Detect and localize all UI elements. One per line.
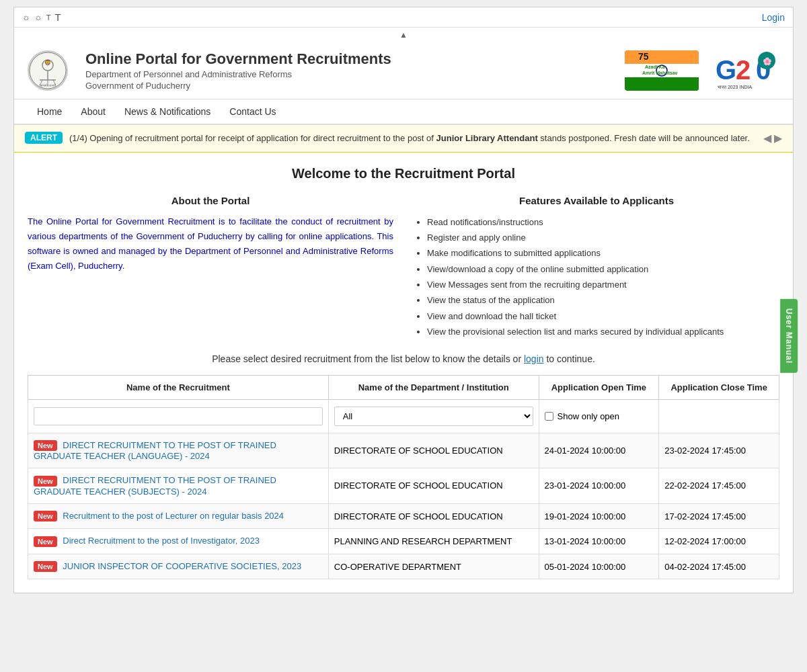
alert-bold: Junior Library Attendant bbox=[436, 133, 538, 143]
main-nav: Home About News & Notifications Contact … bbox=[14, 99, 793, 125]
row-dept-cell: DIRECTORATE OF SCHOOL EDUCATION bbox=[328, 468, 539, 504]
row-close-cell: 12-02-2024 17:00:00 bbox=[659, 529, 779, 554]
top-bar-left: ☼ ☼ T T bbox=[22, 11, 61, 23]
svg-rect-11 bbox=[625, 77, 699, 91]
row-open-cell: 19-01-2024 10:00:00 bbox=[539, 503, 659, 529]
feature-item: View the provisional selection list and … bbox=[427, 324, 779, 339]
row-close-cell: 17-02-2024 17:45:00 bbox=[659, 503, 779, 529]
portal-title: Online Portal for Government Recruitment… bbox=[85, 50, 625, 68]
filter-row: All Show only open bbox=[28, 399, 779, 433]
about-heading: About the Portal bbox=[28, 195, 393, 206]
top-bar: ☼ ☼ T T Login bbox=[14, 7, 793, 28]
nav-contact[interactable]: Contact Us bbox=[220, 99, 285, 124]
row-name-cell: New JUNIOR INSPECTOR OF COOPERATIVE SOCI… bbox=[28, 554, 329, 579]
new-badge: New bbox=[34, 536, 57, 547]
table-row: New JUNIOR INSPECTOR OF COOPERATIVE SOCI… bbox=[28, 554, 779, 579]
show-open-container: Show only open bbox=[545, 411, 654, 421]
alert-next[interactable]: ▶ bbox=[774, 132, 782, 144]
header-text: Online Portal for Government Recruitment… bbox=[85, 50, 625, 91]
row-name-cell: New DIRECT RECRUITMENT TO THE POST OF TR… bbox=[28, 468, 329, 504]
svg-text:G: G bbox=[716, 55, 736, 85]
row-name-cell: New Direct Recruitment to the post of In… bbox=[28, 529, 329, 554]
main-wrapper: ☼ ☼ T T Login ▲ 🦁 सत्यमेव bbox=[13, 7, 794, 593]
alert-suffix: stands postponed. Fresh date will be ann… bbox=[538, 133, 750, 143]
azadi-badge: 75 Azadi Ka Amrit Mahotsav bbox=[625, 50, 699, 91]
row-dept-cell: DIRECTORATE OF SCHOOL EDUCATION bbox=[328, 503, 539, 529]
feature-item: Read notifications/instructions bbox=[427, 214, 779, 230]
row-dept-cell: PLANNING AND RESEARCH DEPARTMENT bbox=[328, 529, 539, 554]
svg-text:🦁: 🦁 bbox=[44, 59, 51, 66]
select-text: Please select desired recruitment from t… bbox=[28, 353, 779, 364]
logo-area: 🦁 सत्यमेव जयते bbox=[28, 50, 75, 91]
header-logos: 75 Azadi Ka Amrit Mahotsav G 2 0 🌸 भारत … bbox=[625, 50, 779, 91]
welcome-title: Welcome to the Recruitment Portal bbox=[28, 166, 779, 181]
row-name-cell: New Recruitment to the post of Lecturer … bbox=[28, 503, 329, 529]
svg-text:2: 2 bbox=[736, 55, 751, 85]
features-section: Features Available to Applicants Read no… bbox=[414, 195, 779, 340]
govt-name: Government of Puducherry bbox=[85, 81, 625, 91]
sun-icon-2[interactable]: ☼ bbox=[34, 12, 42, 22]
table-row: New Direct Recruitment to the post of In… bbox=[28, 529, 779, 554]
recruit-link[interactable]: Direct Recruitment to the post of Invest… bbox=[63, 536, 260, 546]
col-dept: Name of the Department / Institution bbox=[328, 375, 539, 399]
recruit-link[interactable]: DIRECT RECRUITMENT TO THE POST OF TRAINE… bbox=[34, 475, 276, 497]
feature-item: Register and apply online bbox=[427, 230, 779, 245]
alert-bar: ALERT (1/4) Opening of recruitment porta… bbox=[14, 125, 793, 153]
nav-about[interactable]: About bbox=[71, 99, 115, 124]
alert-text: (1/4) Opening of recruitment portal for … bbox=[69, 132, 757, 145]
show-open-checkbox[interactable] bbox=[545, 412, 553, 421]
svg-text:Amrit Mahotsav: Amrit Mahotsav bbox=[642, 71, 678, 75]
row-close-cell: 23-02-2024 17:45:00 bbox=[659, 433, 779, 468]
col-name: Name of the Recruitment bbox=[28, 375, 329, 399]
recruit-link[interactable]: DIRECT RECRUITMENT TO THE POST OF TRAINE… bbox=[34, 440, 276, 462]
emblem-image: 🦁 सत्यमेव जयते bbox=[28, 50, 68, 91]
feature-item: View Messages sent from the recruiting d… bbox=[427, 277, 779, 292]
alert-nav: ◀ ▶ bbox=[763, 132, 782, 144]
row-close-cell: 22-02-2024 17:45:00 bbox=[659, 468, 779, 504]
svg-text:Azadi Ka: Azadi Ka bbox=[645, 65, 665, 69]
recruit-link[interactable]: Recruitment to the post of Lecturer on r… bbox=[63, 511, 284, 521]
top-bar-right: Login bbox=[762, 12, 785, 23]
sun-icon-1[interactable]: ☼ bbox=[22, 12, 30, 22]
row-open-cell: 23-01-2024 10:00:00 bbox=[539, 468, 659, 504]
filter-open-cell: Show only open bbox=[539, 399, 659, 433]
about-text: The Online Portal for Government Recruit… bbox=[28, 214, 393, 274]
alert-prefix: (1/4) Opening of recruitment portal for … bbox=[69, 133, 436, 143]
table-row: New Recruitment to the post of Lecturer … bbox=[28, 503, 779, 529]
new-badge: New bbox=[34, 511, 57, 521]
alert-prev[interactable]: ◀ bbox=[763, 132, 771, 144]
filter-name-input[interactable] bbox=[34, 407, 323, 425]
feature-item: View the status of the application bbox=[427, 292, 779, 308]
font-large[interactable]: T bbox=[55, 11, 61, 23]
info-grid: About the Portal The Online Portal for G… bbox=[28, 195, 779, 340]
svg-text:75: 75 bbox=[638, 51, 649, 62]
recruit-link[interactable]: JUNIOR INSPECTOR OF COOPERATIVE SOCIETIE… bbox=[63, 561, 301, 571]
login-link-main[interactable]: login bbox=[524, 353, 544, 364]
features-list: Read notifications/instructions Register… bbox=[414, 214, 779, 340]
feature-item: Make modifications to submitted applicat… bbox=[427, 245, 779, 261]
col-open: Application Open Time bbox=[539, 375, 659, 399]
user-manual-tab[interactable]: User Manual bbox=[780, 299, 798, 373]
filter-close-cell bbox=[659, 399, 779, 433]
g20-badge: G 2 0 🌸 भारत 2023 INDIA bbox=[712, 50, 779, 91]
recruitment-table: Name of the Recruitment Name of the Depa… bbox=[28, 375, 779, 580]
row-open-cell: 24-01-2024 10:00:00 bbox=[539, 433, 659, 468]
font-small[interactable]: T bbox=[46, 13, 51, 22]
svg-text:सत्यमेव जयते: सत्यमेव जयते bbox=[39, 83, 56, 87]
row-close-cell: 04-02-2024 17:45:00 bbox=[659, 554, 779, 579]
col-close: Application Close Time bbox=[659, 375, 779, 399]
nav-home[interactable]: Home bbox=[28, 99, 71, 124]
nav-news[interactable]: News & Notifications bbox=[115, 99, 220, 124]
login-link[interactable]: Login bbox=[762, 12, 785, 23]
row-open-cell: 13-01-2024 10:00:00 bbox=[539, 529, 659, 554]
alert-badge: ALERT bbox=[25, 132, 63, 144]
main-content: Welcome to the Recruitment Portal About … bbox=[14, 153, 793, 593]
filter-dept-select[interactable]: All bbox=[334, 407, 533, 426]
show-open-label: Show only open bbox=[558, 411, 620, 421]
table-row: New DIRECT RECRUITMENT TO THE POST OF TR… bbox=[28, 468, 779, 504]
feature-item: View/download a copy of the online submi… bbox=[427, 261, 779, 277]
svg-text:🌸: 🌸 bbox=[763, 56, 772, 66]
row-open-cell: 05-01-2024 10:00:00 bbox=[539, 554, 659, 579]
dept-name: Department of Personnel and Administrati… bbox=[85, 69, 625, 79]
filter-name-cell bbox=[28, 399, 329, 433]
